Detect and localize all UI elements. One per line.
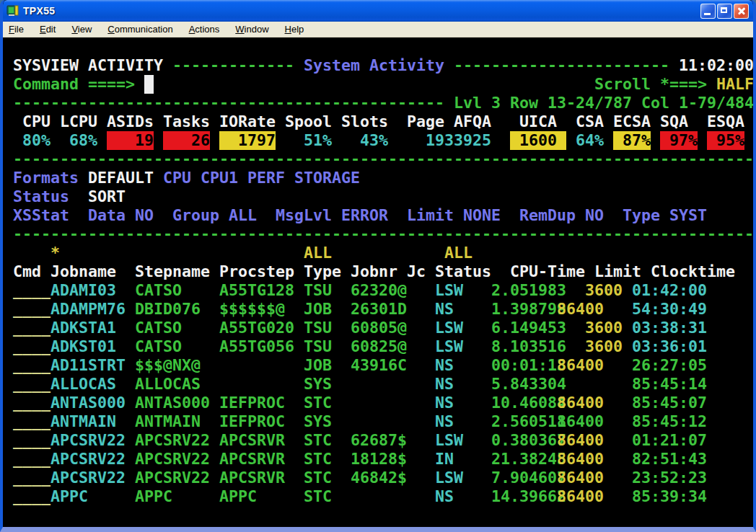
menu-item-communication[interactable]: Communication (102, 23, 183, 36)
job-limit: 86400 (557, 300, 604, 319)
job-cmd-input[interactable]: ____ (13, 487, 50, 506)
job-status: LSW (435, 431, 463, 450)
scroll-value[interactable]: HALF (716, 75, 753, 94)
format-option-perf[interactable]: PERF (247, 169, 285, 187)
data-value[interactable]: NO (135, 206, 154, 225)
job-cmd-input[interactable]: ____ (13, 450, 50, 469)
job-cpu-time: 2.560511 (491, 412, 566, 431)
limit-value[interactable]: NONE (463, 206, 501, 225)
group-value[interactable]: ALL (229, 206, 257, 225)
job-jc: $ (397, 450, 407, 469)
stat-tasks-alert: 26 (163, 131, 210, 150)
screen-title: SYSVIEW ACTIVITY (13, 56, 163, 75)
stat-lcpu: 68% (69, 131, 97, 150)
stat-iorate-warning: 1797 (219, 131, 276, 150)
job-cmd-input[interactable]: ____ (13, 431, 50, 450)
job-stepname: ANTMAIN (135, 412, 201, 431)
menu-item-edit[interactable]: Edit (34, 23, 66, 36)
job-cmd-input[interactable]: ____ (13, 469, 50, 487)
dash-rule: ------------- (172, 56, 294, 75)
stat-sqa-alert: 97% (660, 131, 698, 150)
job-jobnr: 18128 (351, 450, 397, 469)
status-sort[interactable]: SORT (88, 187, 126, 206)
format-option-cpu1[interactable]: CPU1 (201, 169, 238, 187)
command-cursor[interactable] (144, 75, 154, 94)
job-status: NS (435, 394, 454, 412)
job-cmd-input[interactable]: ____ (13, 394, 50, 412)
terminal-screen[interactable]: SYSVIEW ACTIVITY-------------System Acti… (3, 37, 753, 532)
menu-item-actions[interactable]: Actions (183, 23, 230, 36)
job-stepname: $$$@NX@ (135, 356, 201, 375)
menu-item-help[interactable]: Help (279, 23, 315, 36)
format-option-default[interactable]: DEFAULT (88, 169, 154, 187)
job-jobnr: 46842 (351, 469, 397, 487)
job-stepname: CATSO (135, 319, 182, 337)
job-jobnr: 60805 (351, 319, 397, 337)
job-jobname: ANTAS000 (50, 394, 126, 412)
type-label: Type (623, 206, 660, 225)
menu-item-window[interactable]: Window (229, 23, 278, 36)
job-jobname: APCSRV22 (50, 431, 126, 450)
job-clocktime: 01:21:07 (632, 431, 707, 450)
stat-header-slots: Slots (341, 112, 388, 131)
format-option-storage[interactable]: STORAGE (294, 169, 360, 187)
job-stepname: APCSRV22 (135, 450, 210, 469)
job-clocktime: 54:30:49 (632, 300, 707, 319)
title-bar[interactable]: TPX55 (3, 0, 753, 22)
remdup-label: RemDup (519, 206, 576, 225)
job-procstep: $$$$$$@ (219, 300, 285, 319)
job-type: STC (304, 469, 332, 487)
scroll-label: Scroll *===> (594, 75, 707, 94)
stat-header-afqa: AFQA (454, 112, 491, 131)
msglvl-value[interactable]: ERROR (341, 206, 388, 225)
maximize-button[interactable] (717, 4, 732, 19)
filter-status[interactable]: ALL (444, 244, 472, 262)
position-line: ----------------------------------------… (3, 94, 753, 112)
job-cmd-input[interactable]: ____ (13, 356, 50, 375)
job-stepname: DBID076 (135, 300, 201, 319)
filter-jobname[interactable]: * (50, 244, 60, 262)
job-clocktime: 82:51:43 (632, 450, 707, 469)
job-stepname: CATSO (135, 337, 182, 356)
minimize-button[interactable] (700, 4, 716, 19)
job-cpu-time: 1.398799 (491, 300, 566, 319)
command-line: Command ====> Scroll *===>HALF (3, 75, 753, 94)
job-procstep: APCSRVR (219, 450, 285, 469)
job-stepname: APCSRV22 (135, 431, 210, 450)
job-row: ____APCSRV22APCSRV22APCSRVRSTC46842$LSW7… (3, 469, 753, 487)
job-cmd-input[interactable]: ____ (13, 281, 50, 300)
job-jc: C (397, 356, 407, 375)
job-cpu-time: 6.149453 (491, 319, 566, 337)
close-button[interactable] (734, 4, 749, 19)
format-option-cpu[interactable]: CPU (163, 169, 191, 187)
job-clocktime: 85:45:14 (632, 375, 707, 394)
job-cmd-input[interactable]: ____ (13, 319, 50, 337)
limit-label: Limit (407, 206, 454, 225)
group-label: Group (172, 206, 219, 225)
job-cmd-input[interactable]: ____ (13, 412, 50, 431)
job-jobname: ADKST01 (50, 337, 116, 356)
job-cmd-input[interactable]: ____ (13, 300, 50, 319)
job-jobname: APPC (50, 487, 88, 506)
type-value[interactable]: SYST (669, 206, 707, 225)
job-jc: $ (397, 431, 407, 450)
menu-item-view[interactable]: View (66, 23, 102, 36)
job-stepname: ANTAS000 (135, 394, 210, 412)
job-procstep: APCSRVR (219, 431, 285, 450)
job-procstep: APCSRVR (219, 469, 285, 487)
job-status: NS (435, 356, 454, 375)
xsstat-label: XSStat (13, 206, 69, 225)
job-cmd-input[interactable]: ____ (13, 375, 50, 394)
job-procstep: APPC (219, 487, 257, 506)
filter-type[interactable]: ALL (304, 244, 332, 262)
job-limit: 86400 (557, 356, 604, 375)
stat-header-uica: UICA (519, 112, 557, 131)
remdup-value[interactable]: NO (585, 206, 604, 225)
job-cmd-input[interactable]: ____ (13, 337, 50, 356)
job-type: STC (304, 487, 332, 506)
table-header-line: CmdJobnameStepnameProcstepTypeJobnrJcSta… (3, 262, 753, 281)
stat-csa: 64% (576, 131, 604, 150)
command-prompt: Command ====> (13, 75, 135, 94)
job-stepname: APPC (135, 487, 172, 506)
menu-item-file[interactable]: File (3, 23, 34, 36)
